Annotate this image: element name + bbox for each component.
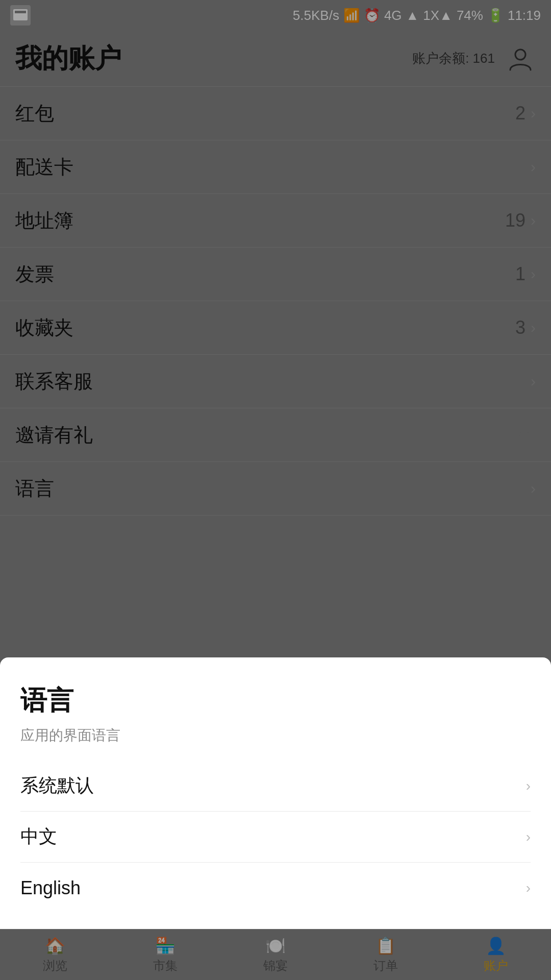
dialog-title: 语言 <box>20 683 531 719</box>
dialog-chevron-english: › <box>526 880 531 896</box>
dialog-option-label-english: English <box>20 877 81 899</box>
dialog-option-chinese[interactable]: 中文 › <box>20 812 531 863</box>
dialog-option-label-chinese: 中文 <box>20 824 57 849</box>
dialog-chevron-system-default: › <box>526 778 531 794</box>
dialog-subtitle: 应用的界面语言 <box>20 726 531 745</box>
dialog-chevron-chinese: › <box>526 829 531 845</box>
dialog-option-system-default[interactable]: 系统默认 › <box>20 761 531 812</box>
language-dialog-overlay[interactable]: 语言 应用的界面语言 系统默认 › 中文 › English › <box>0 0 551 980</box>
dialog-option-label-system-default: 系统默认 <box>20 773 94 798</box>
language-dialog: 语言 应用的界面语言 系统默认 › 中文 › English › <box>0 657 551 929</box>
dialog-option-english[interactable]: English › <box>20 863 531 914</box>
